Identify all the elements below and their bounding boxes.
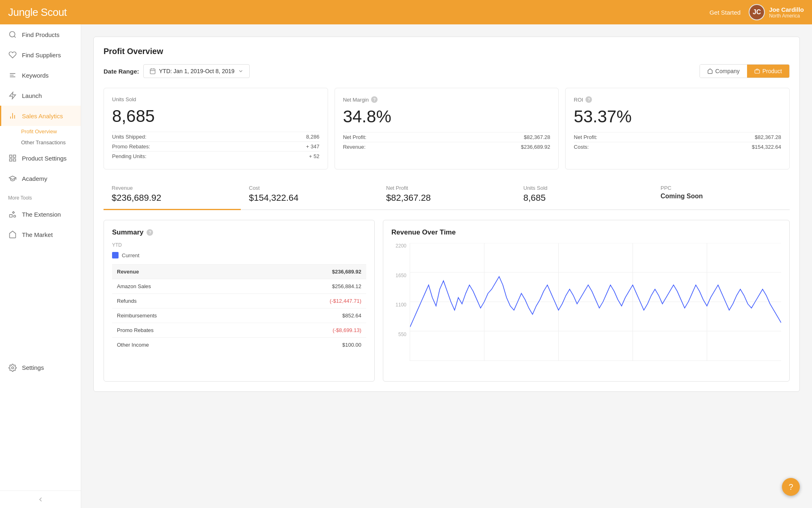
revenue-chart-svg	[410, 243, 781, 360]
suppliers-icon	[8, 50, 17, 59]
help-button[interactable]: ?	[782, 478, 800, 496]
sidebar-item-launch[interactable]: Launch	[0, 85, 81, 106]
svg-point-11	[14, 215, 16, 217]
settings-icon	[8, 363, 17, 372]
sidebar: Find Products Find Suppliers Keywords La…	[0, 24, 81, 508]
chart-card: Revenue Over Time 2200 1650 1100 550	[383, 220, 790, 382]
metric-cards: Units Sold 8,685 Units Shipped: 8,286 Pr…	[104, 88, 790, 169]
sidebar-item-label: Sales Analytics	[22, 113, 63, 119]
metric-row: Net Profit: $82,367.28	[343, 132, 551, 142]
info-icon[interactable]: ?	[147, 229, 153, 236]
calendar-icon	[149, 68, 156, 74]
date-range-value: YTD: Jan 1, 2019-Oct 8, 2019	[159, 68, 235, 74]
table-row: Refunds (-$12,447.71)	[112, 294, 366, 308]
metric-row: Promo Rebates: + 347	[112, 141, 320, 151]
bottom-section: Summary ? YTD Current Revenue $236,689.9…	[104, 220, 790, 382]
toggle-product-button[interactable]: Product	[747, 65, 789, 78]
metric-title: ROI	[574, 97, 583, 103]
product-icon	[754, 68, 760, 74]
metric-card-net-margin: Net Margin ? 34.8% Net Profit: $82,367.2…	[335, 88, 559, 169]
company-icon	[707, 68, 713, 74]
sidebar-sub-items: Profit Overview Other Transactions	[0, 126, 81, 148]
svg-rect-17	[755, 70, 760, 73]
launch-icon	[8, 91, 17, 100]
user-info: JC Joe Cardillo North America	[749, 4, 804, 20]
keywords-icon	[8, 71, 17, 80]
avatar: JC	[749, 4, 765, 20]
sidebar-item-find-products[interactable]: Find Products	[0, 24, 81, 45]
chart-y-labels: 2200 1650 1100 550	[391, 243, 410, 361]
tab-revenue[interactable]: Revenue $236,689.92	[104, 179, 241, 210]
metric-card-units-sold: Units Sold 8,685 Units Shipped: 8,286 Pr…	[104, 88, 328, 169]
table-row: Reimbursements $852.64	[112, 308, 366, 323]
chart-icon	[8, 111, 17, 120]
sidebar-item-product-settings[interactable]: Product Settings	[0, 148, 81, 168]
sidebar-item-label: Find Products	[22, 31, 60, 38]
sidebar-item-label: Product Settings	[22, 155, 67, 162]
sidebar-item-the-extension[interactable]: The Extension	[0, 204, 81, 224]
sidebar-item-sales-analytics[interactable]: Sales Analytics	[0, 106, 81, 126]
sidebar-sub-item-profit-overview[interactable]: Profit Overview	[21, 126, 81, 137]
summary-table: Revenue $236,689.92 Amazon Sales $256,88…	[112, 264, 366, 352]
summary-title-text: Summary	[112, 228, 143, 237]
summary-card: Summary ? YTD Current Revenue $236,689.9…	[104, 220, 375, 382]
tab-cost[interactable]: Cost $154,322.64	[241, 179, 378, 209]
metric-value: 34.8%	[343, 107, 551, 126]
user-name: Joe Cardillo	[769, 6, 804, 13]
info-icon[interactable]: ?	[371, 96, 378, 103]
academy-icon	[8, 174, 17, 183]
sidebar-collapse-button[interactable]	[0, 491, 81, 508]
metrics-tabs: Revenue $236,689.92 Cost $154,322.64 Net…	[104, 179, 790, 210]
sidebar-item-label: Launch	[22, 92, 42, 99]
metric-row: Costs: $154,322.64	[574, 142, 781, 152]
metric-title: Net Margin	[343, 97, 369, 103]
svg-rect-9	[10, 159, 12, 161]
tab-ppc[interactable]: PPC Coming Soon	[652, 179, 790, 209]
summary-ytd: YTD	[112, 242, 366, 248]
metric-row: Units Shipped: 8,286	[112, 132, 320, 141]
sidebar-item-settings[interactable]: Settings	[0, 358, 81, 378]
table-row: Revenue $236,689.92	[112, 265, 366, 279]
date-range-dropdown[interactable]: YTD: Jan 1, 2019-Oct 8, 2019	[143, 64, 250, 78]
product-settings-icon	[8, 154, 17, 163]
metric-row: Net Profit: $82,367.28	[574, 132, 781, 142]
svg-point-0	[10, 32, 15, 37]
sidebar-item-label: Academy	[22, 175, 48, 182]
toggle-company-button[interactable]: Company	[700, 65, 747, 78]
sidebar-item-label: Keywords	[22, 72, 49, 79]
summary-legend: Current	[112, 252, 366, 258]
svg-rect-13	[150, 69, 155, 74]
sidebar-more-tools-label: More Tools	[0, 189, 81, 204]
sidebar-item-academy[interactable]: Academy	[0, 168, 81, 189]
get-started-button[interactable]: Get Started	[709, 9, 741, 16]
sidebar-item-label: Settings	[22, 364, 44, 371]
extension-icon	[8, 210, 17, 219]
sidebar-item-the-market[interactable]: The Market	[0, 224, 81, 245]
metric-row: Revenue: $236,689.92	[343, 142, 551, 152]
tab-net-profit[interactable]: Net Profit $82,367.28	[378, 179, 515, 209]
info-icon[interactable]: ?	[585, 96, 592, 103]
legend-label: Current	[122, 252, 139, 258]
sidebar-item-label: The Extension	[22, 211, 61, 218]
tab-units-sold[interactable]: Units Sold 8,685	[515, 179, 652, 209]
table-row: Promo Rebates (-$8,699.13)	[112, 323, 366, 338]
sidebar-sub-item-other-transactions[interactable]: Other Transactions	[21, 137, 81, 148]
legend-dot	[112, 252, 119, 258]
svg-line-1	[14, 36, 16, 38]
search-icon	[8, 30, 17, 39]
date-range-label: Date Range:	[104, 68, 139, 75]
metric-value: 53.37%	[574, 107, 781, 126]
date-range-bar: Date Range: YTD: Jan 1, 2019-Oct 8, 2019…	[104, 64, 790, 78]
header-right: Get Started JC Joe Cardillo North Americ…	[709, 4, 804, 20]
user-region: North America	[769, 13, 804, 19]
sidebar-item-label: The Market	[22, 231, 53, 238]
main-layout: Find Products Find Suppliers Keywords La…	[0, 24, 812, 508]
view-toggle: Company Product	[700, 64, 790, 78]
svg-rect-7	[13, 155, 16, 158]
sidebar-item-keywords[interactable]: Keywords	[0, 65, 81, 85]
profit-overview-card: Profit Overview Date Range: YTD: Jan 1, …	[93, 37, 800, 392]
svg-point-12	[12, 367, 14, 369]
svg-marker-2	[10, 92, 16, 99]
sidebar-item-find-suppliers[interactable]: Find Suppliers	[0, 45, 81, 65]
metric-value: 8,685	[112, 106, 320, 126]
